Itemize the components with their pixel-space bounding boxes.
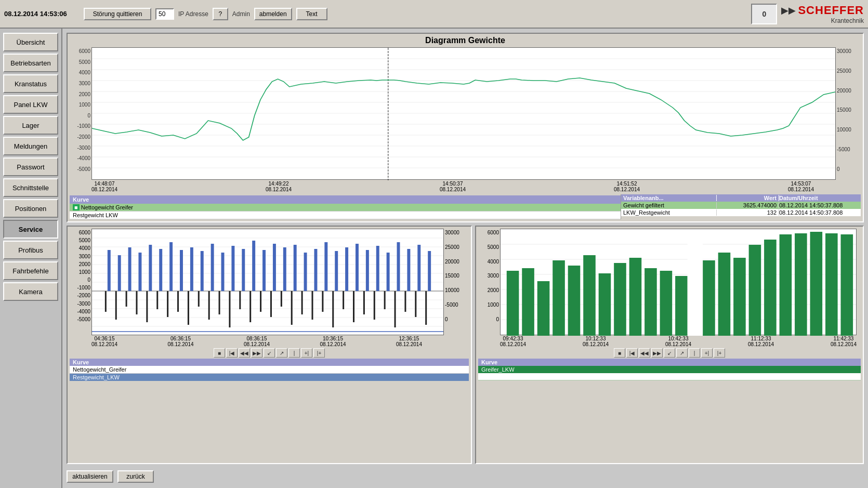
bottom-left-x-labels: 04:36:1508.12.2014 06:36:1508.12.2014 08… <box>70 335 469 347</box>
svg-rect-30 <box>169 242 173 291</box>
ctrl-fwd-r[interactable]: ▶▶ <box>651 348 663 358</box>
aktualisieren-button[interactable]: aktualisieren <box>67 470 113 483</box>
sidebar-item-positionen[interactable]: Positionen <box>3 199 58 218</box>
svg-rect-80 <box>353 291 354 322</box>
ctrl-zoom-out[interactable]: ↙ <box>264 348 275 358</box>
ctrl-mark-left-r[interactable]: +| <box>701 348 713 358</box>
ctrl-back-r[interactable]: ◀◀ <box>639 348 650 358</box>
sidebar-item-fahrbefehle[interactable]: Fahrbefehle <box>3 261 58 280</box>
counter-box: 0 <box>751 4 777 24</box>
sidebar-item-panel-lkw[interactable]: Panel LKW <box>3 95 58 114</box>
legend-left-item-2: Restgewicht_LKW <box>70 374 469 381</box>
ctrl-mark-r[interactable]: | <box>689 348 700 358</box>
svg-rect-49 <box>366 250 369 291</box>
sidebar-item-profibus[interactable]: Profibus <box>3 241 58 259</box>
ctrl-mark-right[interactable]: |+ <box>313 348 325 358</box>
svg-rect-77 <box>322 291 323 312</box>
bottom-left-svg <box>92 229 443 336</box>
svg-rect-76 <box>312 291 313 320</box>
ctrl-fwd[interactable]: ▶▶ <box>251 348 262 358</box>
action-buttons-row: aktualisieren zurück <box>67 467 864 484</box>
sidebar-item-kranstatus[interactable]: Kranstatus <box>3 74 58 93</box>
legend-item-green: Nettogewicht Greifer <box>81 204 133 210</box>
kurve-label: Kurve <box>73 196 89 203</box>
ip-label: IP Adresse <box>178 10 208 18</box>
svg-rect-40 <box>273 244 276 291</box>
stoerung-button[interactable]: Störung quittieren <box>84 8 151 20</box>
sidebar-item-betriebsarten[interactable]: Betriebsarten <box>3 54 58 72</box>
svg-rect-111 <box>749 245 761 336</box>
zurueck-button[interactable]: zurück <box>117 470 154 483</box>
sidebar-item-passwort[interactable]: Passwort <box>3 157 58 176</box>
svg-rect-65 <box>198 291 200 307</box>
svg-rect-107 <box>688 229 703 336</box>
ctrl-stop-r[interactable]: ■ <box>614 348 625 358</box>
sidebar-item-schnittstelle[interactable]: Schnittstelle <box>3 178 58 197</box>
svg-rect-84 <box>394 291 396 327</box>
svg-rect-26 <box>128 247 131 291</box>
ctrl-zoom-in[interactable]: ↗ <box>276 348 287 358</box>
ctrl-start-r[interactable]: |◀ <box>626 348 638 358</box>
help-button[interactable]: ? <box>213 8 228 20</box>
svg-rect-28 <box>149 245 152 291</box>
svg-rect-60 <box>146 291 148 322</box>
svg-rect-106 <box>675 276 688 336</box>
content-area: Diagramm Gewichte 6000 5000 4000 3000 20… <box>62 29 868 488</box>
kurve-legend-header: Kurve <box>70 195 621 204</box>
ctrl-stop[interactable]: ■ <box>214 348 225 358</box>
legend-item-white: Restgewicht LKW <box>73 212 118 218</box>
ctrl-back[interactable]: ◀◀ <box>239 348 250 358</box>
bottom-left-y-left: 6000 5000 4000 3000 2000 1000 0 -1000 -2… <box>70 229 91 335</box>
brand-sub: Krantechnik <box>831 17 864 24</box>
svg-rect-39 <box>262 250 266 291</box>
svg-rect-51 <box>387 253 390 291</box>
ctrl-mark-right-r[interactable]: |+ <box>714 348 725 358</box>
svg-rect-112 <box>764 240 777 336</box>
legend-right-item-1: Greifer_LKW <box>478 366 861 373</box>
chart-data-section: Kurve ■ Nettogewicht Greifer Restgewicht… <box>70 194 861 219</box>
sidebar-item-lager[interactable]: Lager <box>3 116 58 135</box>
svg-rect-81 <box>363 291 365 314</box>
svg-rect-101 <box>599 273 611 336</box>
svg-rect-108 <box>703 260 715 336</box>
ctrl-mark-left[interactable]: +| <box>301 348 312 358</box>
chart-title: Diagramm Gewichte <box>70 36 861 45</box>
ctrl-mark[interactable]: | <box>288 348 300 358</box>
svg-rect-42 <box>294 245 297 291</box>
ctrl-start[interactable]: |◀ <box>226 348 238 358</box>
sidebar-item-ubersicht[interactable]: Übersicht <box>3 33 58 51</box>
legend-row-green: ■ Nettogewicht Greifer <box>70 204 621 212</box>
bottom-right-x-labels: 09:42:3308.12.2014 10:12:3308.12.2014 10… <box>478 335 861 347</box>
text-button[interactable]: Text <box>296 8 327 20</box>
svg-rect-75 <box>301 291 303 314</box>
ctrl-zoom-in-r[interactable]: ↗ <box>676 348 688 358</box>
bottom-left-legend-header: Kurve <box>70 359 469 366</box>
svg-rect-58 <box>126 291 127 307</box>
kurve-label-right: Kurve <box>481 359 497 365</box>
svg-rect-67 <box>219 291 220 314</box>
svg-rect-105 <box>660 271 673 336</box>
svg-rect-73 <box>281 291 282 307</box>
svg-rect-83 <box>384 291 386 309</box>
value-input[interactable] <box>155 8 174 20</box>
svg-rect-45 <box>324 242 327 291</box>
topbar: 08.12.2014 14:53:06 Störung quittieren I… <box>0 0 868 29</box>
y-axis-right: 30000 25000 20000 15000 10000 -5000 0 <box>836 47 861 180</box>
abmelden-button[interactable]: abmelden <box>254 8 292 20</box>
svg-rect-25 <box>118 255 121 291</box>
svg-rect-68 <box>229 291 230 327</box>
legend-right-line <box>478 373 861 380</box>
ctrl-zoom-out-r[interactable]: ↙ <box>664 348 675 358</box>
sidebar-item-meldungen[interactable]: Meldungen <box>3 137 58 155</box>
svg-rect-38 <box>252 241 255 291</box>
legend-row-white: Restgewicht LKW <box>70 212 621 219</box>
main-layout: Übersicht Betriebsarten Kranstatus Panel… <box>0 29 868 488</box>
svg-rect-55 <box>428 251 431 291</box>
sidebar-item-kamera[interactable]: Kamera <box>3 282 58 301</box>
sidebar-item-service[interactable]: Service <box>3 220 58 239</box>
svg-rect-79 <box>343 291 344 309</box>
svg-rect-66 <box>208 291 210 320</box>
svg-rect-82 <box>374 291 375 320</box>
svg-rect-102 <box>614 263 626 336</box>
bottom-left-y-right: 30000 25000 20000 15000 10000 -5000 0 <box>444 229 469 335</box>
